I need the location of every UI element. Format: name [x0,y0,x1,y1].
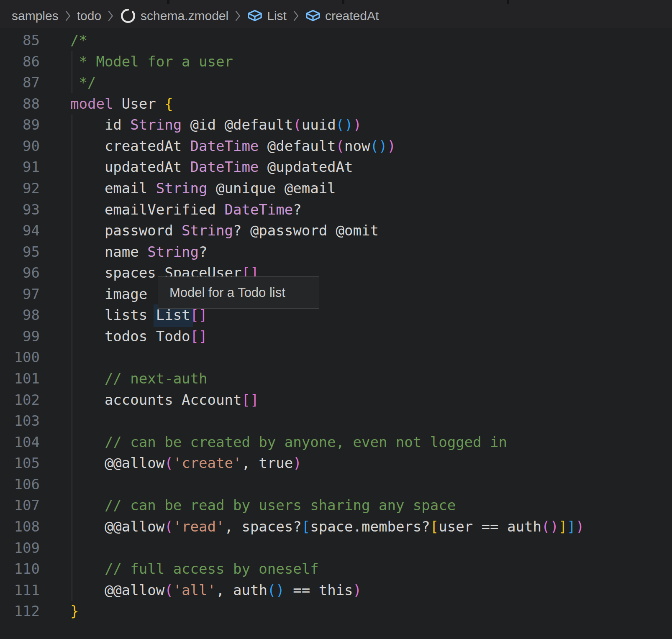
breadcrumb-item-schema-zmodel[interactable]: schema.zmodel [120,8,228,24]
tab-separator [507,0,509,4]
code-token: DateTime [224,201,293,218]
line-number[interactable]: 111 [0,580,40,601]
code-lines: 85/*86 * Model for a user87 */88model Us… [0,28,672,622]
code-line[interactable]: 97 image [0,284,672,305]
line-number[interactable]: 112 [0,601,40,622]
code-token: user == auth [439,518,541,535]
code-token: ) [293,455,301,471]
code-line[interactable]: 94 password String? @password @omit [0,220,672,241]
code-token: @@allow [70,455,164,471]
line-number[interactable]: 88 [0,93,40,115]
line-number[interactable]: 102 [0,389,40,411]
code-token: DateTime [190,138,259,154]
code-line[interactable]: 103 [0,410,672,432]
code-token: [ [302,518,310,535]
code-line[interactable]: 105 @@allow('create', true) [0,452,672,474]
code-line[interactable]: 90 createdAt DateTime @default(now()) [0,135,672,157]
code-line[interactable]: 102 accounts Account[] [0,389,672,411]
code-token: id [70,116,130,133]
code-token: @id @default [182,116,293,133]
breadcrumb-separator [64,10,71,22]
breadcrumb: samplestodoschema.zmodelListcreatedAt [0,4,672,28]
line-number[interactable]: 105 [0,452,40,474]
code-token: ] [559,518,567,535]
line-number[interactable]: 94 [0,220,40,241]
code-line[interactable]: 112} [0,601,672,622]
line-number[interactable]: 109 [0,537,40,559]
line-number[interactable]: 91 [0,156,40,178]
code-line[interactable]: 91 updatedAt DateTime @updatedAt [0,156,672,178]
line-number[interactable]: 93 [0,199,40,220]
code-line[interactable]: 96 spaces SpaceUser[] [0,262,672,284]
code-token: User [113,95,164,112]
line-number[interactable]: 101 [0,368,40,389]
line-number[interactable]: 89 [0,114,40,135]
code-token: , spaces? [224,518,301,535]
breadcrumb-item-samples[interactable]: samples [12,9,59,23]
breadcrumb-separator [292,10,299,22]
code-line[interactable]: 110 // full access by oneself [0,558,672,580]
code-line[interactable]: 100 [0,347,672,368]
code-line[interactable]: 95 name String? [0,241,672,263]
breadcrumb-item-list[interactable]: List [247,8,287,24]
code-token: ) [379,138,387,154]
line-number[interactable]: 97 [0,284,40,305]
code-line[interactable]: 87 */ [0,72,672,93]
line-number[interactable]: 90 [0,135,40,157]
spinner-icon [120,8,136,24]
code-line[interactable]: 99 todos Todo[] [0,326,672,347]
breadcrumb-item-todo[interactable]: todo [77,9,101,23]
code-text: createdAt DateTime @default(now()) [40,135,396,157]
code-token: todos Todo [70,328,190,345]
line-number[interactable]: 100 [0,347,40,368]
code-token: ? [199,243,207,260]
code-line[interactable]: 93 emailVerified DateTime? [0,199,672,220]
line-number[interactable]: 104 [0,432,40,453]
code-text: model User { [40,93,173,115]
line-number[interactable]: 99 [0,326,40,347]
code-text: todos Todo[] [40,326,208,347]
code-text: @@allow('all', auth() == this) [40,580,362,601]
code-token: ) [344,116,353,133]
line-number[interactable]: 103 [0,410,40,432]
line-number[interactable]: 85 [0,30,40,51]
line-number[interactable]: 87 [0,72,40,93]
code-text: // can be created by anyone, even not lo… [40,432,507,453]
code-line[interactable]: 104 // can be created by anyone, even no… [0,432,672,453]
code-line[interactable]: 98 lists List[] [0,304,672,326]
line-number[interactable]: 98 [0,304,40,326]
line-number[interactable]: 96 [0,262,40,284]
line-number[interactable]: 86 [0,51,40,72]
code-line[interactable]: 92 email String @unique @email [0,178,672,199]
code-line[interactable]: 85/* [0,30,672,51]
breadcrumb-item-createdat[interactable]: createdAt [305,8,379,24]
code-text: accounts Account[] [40,389,259,411]
hover-tooltip: Model for a Todo list [158,276,319,309]
line-number[interactable]: 107 [0,495,40,516]
code-text: /* [40,30,87,51]
code-line[interactable]: 89 id String @id @default(uuid()) [0,114,672,135]
code-line[interactable]: 107 // can be read by users sharing any … [0,495,672,516]
code-token: image [70,286,147,302]
code-token: 'create' [173,455,242,471]
code-line[interactable]: 111 @@allow('all', auth() == this) [0,580,672,601]
code-token: now [344,138,370,154]
code-line[interactable]: 86 * Model for a user [0,51,672,72]
code-text: updatedAt DateTime @updatedAt [40,156,353,178]
code-text: // can be read by users sharing any spac… [40,495,456,516]
cube-icon [305,8,321,24]
code-line[interactable]: 101 // next-auth [0,368,672,389]
line-number[interactable]: 106 [0,474,40,495]
code-line[interactable]: 109 [0,537,672,559]
line-number[interactable]: 110 [0,558,40,580]
code-token: [] [241,391,259,408]
code-token: auth [233,582,267,598]
line-number[interactable]: 92 [0,178,40,199]
code-line[interactable]: 88model User { [0,93,672,115]
code-line[interactable]: 106 [0,474,672,495]
breadcrumb-label: todo [77,9,101,23]
line-number[interactable]: 95 [0,241,40,263]
code-line[interactable]: 108 @@allow('read', spaces?[space.member… [0,516,672,537]
code-token: String [156,180,208,197]
line-number[interactable]: 108 [0,516,40,537]
